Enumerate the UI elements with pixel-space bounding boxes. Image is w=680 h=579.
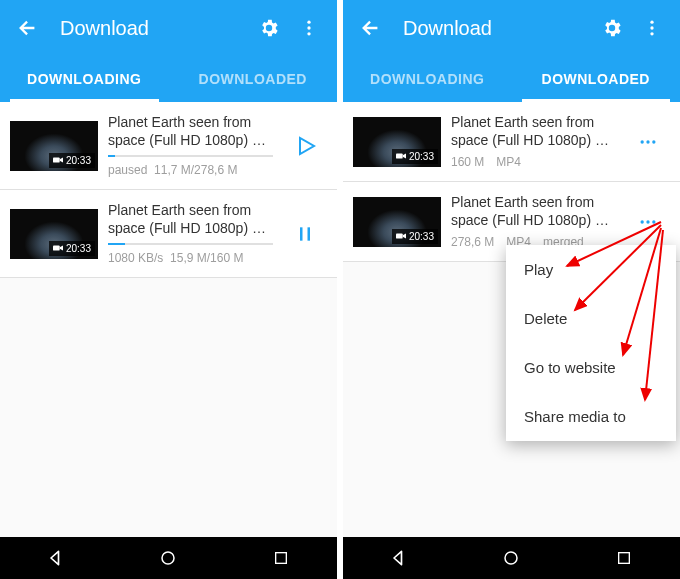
android-navbar	[0, 537, 337, 579]
more-button[interactable]	[626, 212, 670, 232]
svg-point-17	[641, 220, 644, 223]
progress-bar	[108, 243, 273, 245]
tab-bar: DOWNLOADING DOWNLOADED	[0, 56, 337, 102]
tab-downloading[interactable]: DOWNLOADING	[343, 56, 512, 102]
svg-rect-25	[618, 553, 629, 564]
item-info: Planet Earth seen from space (Full HD 10…	[441, 194, 626, 249]
svg-point-9	[650, 21, 653, 24]
menu-share[interactable]: Share media to	[506, 392, 676, 441]
menu-play[interactable]: Play	[506, 245, 676, 294]
tab-downloading[interactable]: DOWNLOADING	[0, 56, 169, 102]
item-info: Planet Earth seen from space (Full HD 10…	[441, 114, 626, 169]
duration-text: 20:33	[409, 231, 434, 242]
back-button[interactable]	[351, 8, 391, 48]
video-thumbnail[interactable]: 20:33	[10, 121, 98, 171]
item-title: Planet Earth seen from space (Full HD 10…	[451, 194, 616, 229]
duration-badge: 20:33	[392, 149, 438, 164]
camera-icon	[53, 156, 63, 164]
item-info: Planet Earth seen from space (Full HD 10…	[98, 202, 283, 265]
overflow-button[interactable]	[289, 8, 329, 48]
context-menu: Play Delete Go to website Share media to	[506, 245, 676, 441]
pause-button[interactable]	[283, 224, 327, 244]
more-icon	[638, 212, 658, 232]
video-thumbnail[interactable]: 20:33	[10, 209, 98, 259]
list-item: 20:33 Planet Earth seen from space (Full…	[343, 102, 680, 182]
svg-point-1	[307, 26, 310, 29]
svg-point-2	[307, 32, 310, 35]
list-item: 20:33 Planet Earth seen from space (Full…	[0, 190, 337, 278]
app-header: Download	[343, 0, 680, 56]
svg-rect-12	[396, 154, 403, 159]
svg-rect-4	[53, 246, 60, 251]
svg-rect-3	[53, 158, 60, 163]
item-title: Planet Earth seen from space (Full HD 10…	[451, 114, 616, 149]
duration-text: 20:33	[66, 243, 91, 254]
camera-icon	[53, 244, 63, 252]
back-button[interactable]	[8, 8, 48, 48]
nav-back[interactable]	[374, 543, 424, 573]
play-icon	[293, 134, 317, 158]
nav-recent[interactable]	[599, 543, 649, 573]
more-button[interactable]	[626, 132, 670, 152]
more-icon	[638, 132, 658, 152]
svg-point-18	[646, 220, 649, 223]
svg-point-15	[652, 140, 655, 143]
camera-icon	[396, 152, 406, 160]
svg-rect-5	[300, 227, 303, 240]
svg-point-19	[652, 220, 655, 223]
tab-bar: DOWNLOADING DOWNLOADED	[343, 56, 680, 102]
list-item: 20:33 Planet Earth seen from space (Full…	[0, 102, 337, 190]
camera-icon	[396, 232, 406, 240]
item-meta: 160 M MP4	[451, 155, 616, 169]
nav-back[interactable]	[31, 543, 81, 573]
duration-badge: 20:33	[392, 229, 438, 244]
tab-downloaded[interactable]: DOWNLOADED	[169, 56, 338, 102]
svg-point-0	[307, 21, 310, 24]
duration-text: 20:33	[66, 155, 91, 166]
nav-home[interactable]	[143, 543, 193, 573]
svg-rect-8	[275, 553, 286, 564]
svg-point-11	[650, 32, 653, 35]
nav-recent[interactable]	[256, 543, 306, 573]
duration-text: 20:33	[409, 151, 434, 162]
tab-downloaded[interactable]: DOWNLOADED	[512, 56, 681, 102]
settings-button[interactable]	[592, 8, 632, 48]
svg-point-10	[650, 26, 653, 29]
svg-point-13	[641, 140, 644, 143]
phone-left: Download DOWNLOADING DOWNLOADED 20:33 Pl…	[0, 0, 337, 579]
android-navbar	[343, 537, 680, 579]
duration-badge: 20:33	[49, 241, 95, 256]
page-title: Download	[48, 17, 249, 40]
duration-badge: 20:33	[49, 153, 95, 168]
nav-home[interactable]	[486, 543, 536, 573]
overflow-button[interactable]	[632, 8, 672, 48]
app-header: Download	[0, 0, 337, 56]
item-title: Planet Earth seen from space (Full HD 10…	[108, 114, 273, 149]
svg-rect-6	[308, 227, 311, 240]
settings-button[interactable]	[249, 8, 289, 48]
downloads-list: 20:33 Planet Earth seen from space (Full…	[0, 102, 337, 537]
progress-bar	[108, 155, 273, 157]
item-status: paused 11,7 M/278,6 M	[108, 163, 273, 177]
item-title: Planet Earth seen from space (Full HD 10…	[108, 202, 273, 237]
video-thumbnail[interactable]: 20:33	[353, 117, 441, 167]
video-thumbnail[interactable]: 20:33	[353, 197, 441, 247]
pause-icon	[295, 224, 315, 244]
svg-point-7	[162, 552, 174, 564]
item-info: Planet Earth seen from space (Full HD 10…	[98, 114, 283, 177]
svg-rect-16	[396, 234, 403, 239]
svg-point-14	[646, 140, 649, 143]
page-title: Download	[391, 17, 592, 40]
svg-point-24	[505, 552, 517, 564]
play-button[interactable]	[283, 134, 327, 158]
menu-goto[interactable]: Go to website	[506, 343, 676, 392]
menu-delete[interactable]: Delete	[506, 294, 676, 343]
phone-right: Download DOWNLOADING DOWNLOADED 20:33 Pl…	[343, 0, 680, 579]
item-status: 1080 KB/s 15,9 M/160 M	[108, 251, 273, 265]
